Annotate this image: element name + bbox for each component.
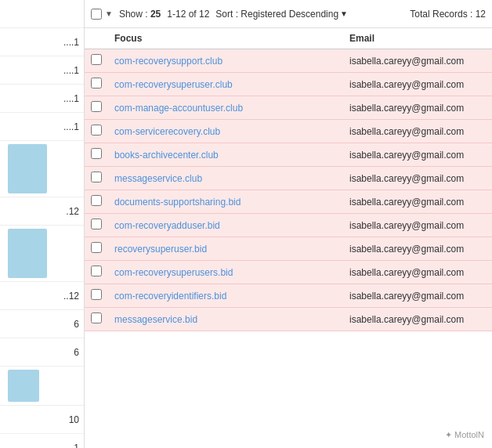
show-label: Show : 25 bbox=[119, 9, 161, 20]
email-value: isabella.careyy@gmail.com bbox=[349, 79, 464, 90]
focus-link[interactable]: recoverysuperuser.bid bbox=[114, 244, 207, 255]
email-value: isabella.careyy@gmail.com bbox=[349, 126, 464, 137]
row-checkbox[interactable] bbox=[91, 148, 102, 159]
row-email-cell: isabella.careyy@gmail.com bbox=[343, 167, 492, 190]
table-row: com-servicerecovery.clubisabella.careyy@… bbox=[85, 120, 492, 143]
table-row: messageservice.clubisabella.careyy@gmail… bbox=[85, 167, 492, 190]
col-header-focus: Focus bbox=[108, 28, 343, 49]
row-focus-cell: com-manage-accountuser.club bbox=[108, 96, 343, 120]
row-focus-cell: com-recoveryadduser.bid bbox=[108, 214, 343, 237]
email-value: isabella.careyy@gmail.com bbox=[349, 220, 464, 231]
row-focus-cell: recoverysuperuser.bid bbox=[108, 237, 343, 261]
email-value: isabella.careyy@gmail.com bbox=[349, 150, 464, 161]
row-email-cell: isabella.careyy@gmail.com bbox=[343, 96, 492, 120]
row-focus-cell: messageservice.club bbox=[108, 167, 343, 190]
col-header-email: Email bbox=[343, 28, 492, 49]
sidebar-item-6: . 12 bbox=[0, 197, 84, 226]
focus-link[interactable]: messageservice.club bbox=[114, 173, 202, 184]
row-checkbox[interactable] bbox=[91, 78, 102, 89]
email-value: isabella.careyy@gmail.com bbox=[349, 197, 464, 208]
focus-link[interactable]: com-recoverysuperuser.club bbox=[114, 79, 233, 90]
row-checkbox-cell bbox=[85, 96, 108, 120]
row-focus-cell: com-servicerecovery.club bbox=[108, 120, 343, 143]
row-email-cell: isabella.careyy@gmail.com bbox=[343, 73, 492, 96]
select-all-checkbox[interactable] bbox=[91, 9, 102, 20]
row-email-cell: isabella.careyy@gmail.com bbox=[343, 120, 492, 143]
row-focus-cell: com-recoverysupport.club bbox=[108, 49, 343, 73]
sidebar-item-7 bbox=[0, 226, 84, 282]
row-checkbox-cell bbox=[85, 73, 108, 96]
row-email-cell: isabella.careyy@gmail.com bbox=[343, 308, 492, 331]
show-value: 25 bbox=[150, 9, 161, 20]
focus-link[interactable]: messageservice.bid bbox=[114, 314, 197, 325]
focus-link[interactable]: com-recoveryidentifiers.bid bbox=[114, 291, 226, 302]
row-checkbox[interactable] bbox=[91, 101, 102, 112]
row-email-cell: isabella.careyy@gmail.com bbox=[343, 261, 492, 284]
sort-label: Sort : Registered Descending bbox=[215, 9, 338, 20]
focus-link[interactable]: com-servicerecovery.club bbox=[114, 126, 220, 137]
row-checkbox-cell bbox=[85, 308, 108, 331]
toolbar-left: ▼ bbox=[91, 9, 113, 20]
row-checkbox-cell bbox=[85, 167, 108, 190]
row-checkbox-cell bbox=[85, 190, 108, 214]
sort-control[interactable]: Sort : Registered Descending ▼ bbox=[215, 9, 348, 20]
table-row: com-recoverysupport.clubisabella.careyy@… bbox=[85, 49, 492, 73]
range-label: 1-12 of 12 bbox=[167, 9, 209, 20]
row-email-cell: isabella.careyy@gmail.com bbox=[343, 49, 492, 73]
email-value: isabella.careyy@gmail.com bbox=[349, 267, 464, 278]
total-records: Total Records : 12 bbox=[410, 9, 486, 20]
row-email-cell: isabella.careyy@gmail.com bbox=[343, 284, 492, 308]
row-checkbox[interactable] bbox=[91, 289, 102, 300]
sidebar-item-13: 1 bbox=[0, 434, 84, 448]
row-checkbox-cell bbox=[85, 237, 108, 261]
table-row: com-manage-accountuser.clubisabella.care… bbox=[85, 96, 492, 120]
row-checkbox[interactable] bbox=[91, 125, 102, 135]
focus-link[interactable]: com-recoveryadduser.bid bbox=[114, 220, 220, 231]
sidebar-item-10: 6 bbox=[0, 338, 84, 367]
row-checkbox[interactable] bbox=[91, 242, 102, 253]
row-focus-cell: messageservice.bid bbox=[108, 308, 343, 331]
checkbox-dropdown-arrow[interactable]: ▼ bbox=[105, 9, 113, 18]
focus-link[interactable]: documents-supportsharing.bid bbox=[114, 197, 241, 208]
sidebar-item-8: .. 12 bbox=[0, 282, 84, 310]
row-focus-cell: books-archivecenter.club bbox=[108, 143, 343, 167]
row-checkbox[interactable] bbox=[91, 54, 102, 65]
row-checkbox[interactable] bbox=[91, 313, 102, 323]
row-checkbox[interactable] bbox=[91, 195, 102, 206]
row-checkbox[interactable] bbox=[91, 172, 102, 182]
table-row: com-recoveryidentifiers.bidisabella.care… bbox=[85, 284, 492, 308]
row-checkbox-cell bbox=[85, 143, 108, 167]
sidebar-item-0 bbox=[0, 0, 84, 28]
email-value: isabella.careyy@gmail.com bbox=[349, 173, 464, 184]
email-value: isabella.careyy@gmail.com bbox=[349, 291, 464, 302]
row-checkbox-cell bbox=[85, 120, 108, 143]
focus-link[interactable]: com-recoverysuperusers.bid bbox=[114, 267, 233, 278]
email-value: isabella.careyy@gmail.com bbox=[349, 103, 464, 114]
focus-link[interactable]: com-recoverysupport.club bbox=[114, 56, 222, 67]
row-checkbox[interactable] bbox=[91, 219, 102, 229]
row-checkbox[interactable] bbox=[91, 266, 102, 276]
row-email-cell: isabella.careyy@gmail.com bbox=[343, 190, 492, 214]
email-value: isabella.careyy@gmail.com bbox=[349, 244, 464, 255]
row-focus-cell: com-recoveryidentifiers.bid bbox=[108, 284, 343, 308]
sort-arrow-icon: ▼ bbox=[340, 9, 348, 18]
table-row: com-recoveryadduser.bidisabella.careyy@g… bbox=[85, 214, 492, 237]
focus-link[interactable]: books-archivecenter.club bbox=[114, 150, 219, 161]
row-checkbox-cell bbox=[85, 261, 108, 284]
focus-link[interactable]: com-manage-accountuser.club bbox=[114, 103, 243, 114]
toolbar: ▼ Show : 25 1-12 of 12 Sort : Registered… bbox=[85, 0, 492, 28]
col-header-check bbox=[85, 28, 108, 49]
row-email-cell: isabella.careyy@gmail.com bbox=[343, 237, 492, 261]
row-checkbox-cell bbox=[85, 214, 108, 237]
table-row: recoverysuperuser.bidisabella.careyy@gma… bbox=[85, 237, 492, 261]
table-row: books-archivecenter.clubisabella.careyy@… bbox=[85, 143, 492, 167]
table-row: com-recoverysuperuser.clubisabella.carey… bbox=[85, 73, 492, 96]
table-row: documents-supportsharing.bidisabella.car… bbox=[85, 190, 492, 214]
table-row: com-recoverysuperusers.bidisabella.carey… bbox=[85, 261, 492, 284]
email-value: isabella.careyy@gmail.com bbox=[349, 314, 464, 325]
table-row: messageservice.bidisabella.careyy@gmail.… bbox=[85, 308, 492, 331]
table-header-row: Focus Email bbox=[85, 28, 492, 49]
sidebar-item-9: 6 bbox=[0, 310, 84, 338]
sidebar-panel: .... 1 .... 1 .... 1 .... 1 . 12 .. 12 6… bbox=[0, 0, 85, 448]
sidebar-item-12: 10 bbox=[0, 406, 84, 434]
